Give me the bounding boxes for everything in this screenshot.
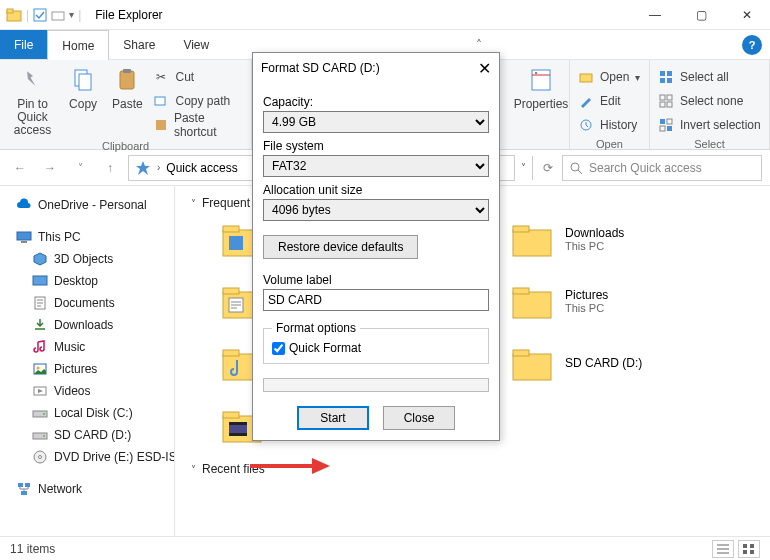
quick-format-input[interactable] <box>272 342 285 355</box>
paste-button[interactable]: Paste <box>109 64 145 111</box>
tree-downloads[interactable]: Downloads <box>4 314 170 336</box>
close-dialog-button[interactable]: Close <box>383 406 455 430</box>
tree-onedrive[interactable]: OneDrive - Personal <box>4 194 170 216</box>
svg-point-26 <box>571 163 579 171</box>
select-none-button[interactable]: Select none <box>658 90 761 112</box>
pin-to-quick-access-button[interactable]: Pin to Quick access <box>8 64 57 138</box>
checkbox-icon[interactable] <box>33 8 47 22</box>
folder-item[interactable]: SD CARD (D:) <box>511 342 741 384</box>
svg-rect-2 <box>34 9 46 21</box>
search-box[interactable]: Search Quick access <box>562 155 762 181</box>
tree-videos[interactable]: Videos <box>4 380 170 402</box>
navigation-pane[interactable]: OneDrive - Personal This PC 3D Objects D… <box>0 186 175 536</box>
tab-file[interactable]: File <box>0 30 47 59</box>
volume-label-input[interactable] <box>263 289 489 311</box>
folder-small-icon[interactable] <box>51 8 65 22</box>
window-controls: — ▢ ✕ <box>632 0 770 30</box>
svg-rect-14 <box>660 71 665 76</box>
ribbon-group-properties: Properties <box>506 60 570 149</box>
capacity-select[interactable]: 4.99 GB <box>263 111 489 133</box>
forward-button[interactable]: → <box>38 156 62 180</box>
quick-format-checkbox[interactable]: Quick Format <box>272 341 480 355</box>
svg-rect-7 <box>123 69 131 73</box>
search-placeholder: Search Quick access <box>589 161 702 175</box>
group-label-select: Select <box>658 136 761 150</box>
copy-path-icon <box>153 93 169 109</box>
svg-rect-16 <box>660 78 665 83</box>
tree-documents[interactable]: Documents <box>4 292 170 314</box>
svg-point-39 <box>39 456 42 459</box>
section-recent[interactable]: ˅Recent files <box>191 462 754 476</box>
svg-rect-55 <box>513 354 551 380</box>
address-dropdown-icon[interactable]: ˅ <box>521 162 526 173</box>
minimize-button[interactable]: — <box>632 0 678 30</box>
svg-rect-44 <box>223 226 239 232</box>
up-button[interactable]: ↑ <box>98 156 122 180</box>
refresh-button[interactable]: ⟳ <box>532 156 556 180</box>
svg-rect-60 <box>229 422 247 425</box>
svg-rect-17 <box>667 78 672 83</box>
capacity-label: Capacity: <box>263 95 489 109</box>
drive-icon <box>32 427 48 443</box>
history-button[interactable]: History <box>578 114 640 136</box>
svg-rect-19 <box>667 95 672 100</box>
help-button[interactable]: ? <box>742 35 762 55</box>
start-button[interactable]: Start <box>297 406 369 430</box>
allocation-select[interactable]: 4096 bytes <box>263 199 489 221</box>
open-button[interactable]: Open▾ <box>578 66 640 88</box>
edit-button[interactable]: Edit <box>578 90 640 112</box>
invert-selection-button[interactable]: Invert selection <box>658 114 761 136</box>
dropdown-icon[interactable]: ▾ <box>69 9 74 20</box>
properties-button[interactable]: Properties <box>514 64 568 111</box>
svg-rect-63 <box>750 544 754 548</box>
title-bar: | ▾ | File Explorer — ▢ ✕ <box>0 0 770 30</box>
filesystem-select[interactable]: FAT32 <box>263 155 489 177</box>
svg-point-37 <box>43 435 45 437</box>
restore-defaults-button[interactable]: Restore device defaults <box>263 235 418 259</box>
tree-sd-card[interactable]: SD CARD (D:) <box>4 424 170 446</box>
properties-icon <box>525 64 557 96</box>
paste-shortcut-button[interactable]: Paste shortcut <box>153 114 243 136</box>
copy-icon <box>67 64 99 96</box>
back-button[interactable]: ← <box>8 156 32 180</box>
tree-this-pc[interactable]: This PC <box>4 226 170 248</box>
chevron-right-icon: › <box>157 162 160 173</box>
tree-music[interactable]: Music <box>4 336 170 358</box>
chevron-up-icon[interactable]: ˄ <box>476 38 482 52</box>
details-view-button[interactable] <box>712 540 734 558</box>
tab-home[interactable]: Home <box>47 30 109 60</box>
tab-share[interactable]: Share <box>109 30 169 59</box>
tab-view[interactable]: View <box>169 30 223 59</box>
folder-item[interactable]: PicturesThis PC <box>511 280 741 322</box>
tree-local-disk[interactable]: Local Disk (C:) <box>4 402 170 424</box>
close-button[interactable]: ✕ <box>724 0 770 30</box>
breadcrumb[interactable]: Quick access <box>166 161 237 175</box>
video-icon <box>32 383 48 399</box>
dialog-close-button[interactable]: ✕ <box>478 59 491 78</box>
ribbon-group-open: Open▾ Edit History Open <box>570 60 650 149</box>
copy-button[interactable]: Copy <box>65 64 101 111</box>
window-title: File Explorer <box>87 8 632 22</box>
svg-rect-20 <box>660 102 665 107</box>
dialog-titlebar: Format SD CARD (D:) ✕ <box>253 53 499 83</box>
select-all-button[interactable]: Select all <box>658 66 761 88</box>
cut-button[interactable]: ✂Cut <box>153 66 243 88</box>
copy-label: Copy <box>69 98 97 111</box>
ribbon-group-clipboard: Pin to Quick access Copy Paste ✂Cut Copy… <box>0 60 252 149</box>
maximize-button[interactable]: ▢ <box>678 0 724 30</box>
tree-pictures[interactable]: Pictures <box>4 358 170 380</box>
tree-desktop[interactable]: Desktop <box>4 270 170 292</box>
folder-item[interactable]: DownloadsThis PC <box>511 218 741 260</box>
copy-path-button[interactable]: Copy path <box>153 90 243 112</box>
network-icon <box>16 481 32 497</box>
icons-view-button[interactable] <box>738 540 760 558</box>
svg-rect-49 <box>223 288 239 294</box>
svg-rect-3 <box>52 12 64 20</box>
tree-network[interactable]: Network <box>4 478 170 500</box>
pin-icon <box>16 64 48 96</box>
disc-icon <box>32 449 48 465</box>
tree-3d-objects[interactable]: 3D Objects <box>4 248 170 270</box>
recent-dropdown[interactable]: ˅ <box>68 156 92 180</box>
tree-dvd-drive[interactable]: DVD Drive (E:) ESD-IS <box>4 446 170 468</box>
svg-rect-64 <box>743 550 747 554</box>
